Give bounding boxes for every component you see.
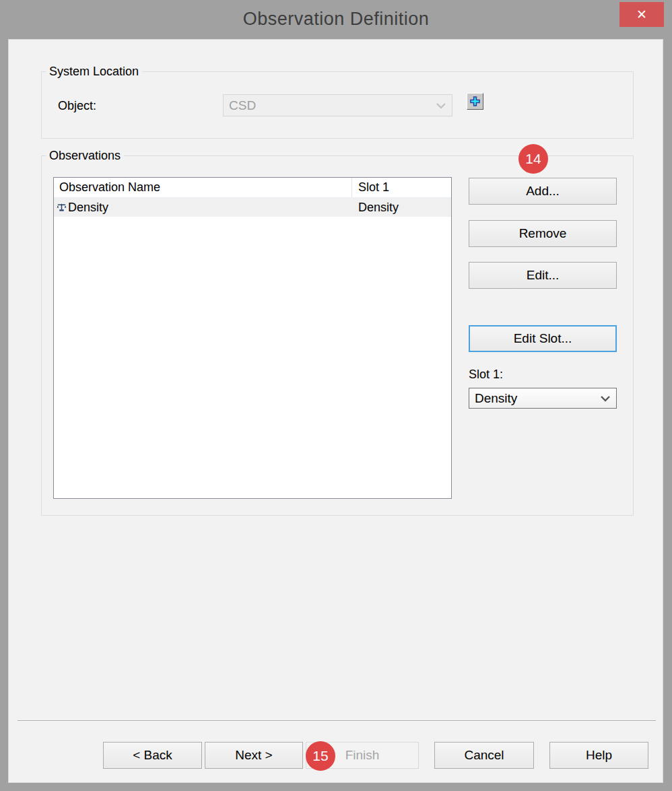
cancel-button[interactable]: Cancel (434, 742, 534, 769)
slot1-combobox-value: Density (475, 391, 517, 406)
slot1-label: Slot 1: (469, 368, 503, 382)
help-button[interactable]: Help (549, 742, 648, 769)
chevron-down-icon (600, 395, 611, 402)
observations-table[interactable]: Observation Name Slot 1 Density (53, 177, 452, 499)
back-button[interactable]: < Back (103, 742, 202, 769)
dialog-title: Observation Definition (0, 0, 672, 39)
balance-icon (57, 203, 67, 212)
cell-observation-name: Density (54, 201, 352, 215)
object-combobox[interactable]: CSD (223, 94, 452, 116)
step-badge-14: 14 (518, 144, 548, 174)
titlebar: Observation Definition ✕ (0, 0, 672, 39)
add-object-button[interactable] (467, 93, 483, 110)
column-header-observation-name[interactable]: Observation Name (54, 178, 352, 197)
group-system-location-legend: System Location (46, 65, 142, 79)
plus-icon (469, 96, 481, 107)
step-badge-15-number: 15 (312, 748, 328, 764)
close-icon: ✕ (636, 7, 647, 22)
step-badge-14-number: 14 (525, 151, 541, 167)
dialog-body: System Location Object: CSD Observations… (8, 39, 663, 783)
object-label: Object: (58, 99, 96, 113)
close-button[interactable]: ✕ (619, 2, 664, 27)
table-row[interactable]: Density Density (54, 198, 451, 217)
remove-button[interactable]: Remove (469, 220, 617, 247)
footer-divider (18, 720, 656, 722)
next-button[interactable]: Next > (205, 742, 303, 769)
cell-slot1: Density (352, 201, 451, 215)
observation-name-text: Density (68, 201, 108, 215)
table-header: Observation Name Slot 1 (54, 178, 451, 198)
column-header-slot1[interactable]: Slot 1 (352, 178, 451, 197)
chevron-down-icon (436, 102, 446, 109)
edit-slot-button[interactable]: Edit Slot... (469, 325, 617, 352)
add-button[interactable]: Add... (469, 178, 617, 205)
step-badge-15: 15 (306, 741, 335, 771)
slot1-combobox[interactable]: Density (469, 388, 617, 409)
group-observations-legend: Observations (46, 149, 124, 163)
dialog-observation-definition: Observation Definition ✕ System Location… (0, 0, 672, 791)
edit-button[interactable]: Edit... (469, 262, 617, 289)
object-combobox-value: CSD (229, 98, 256, 113)
